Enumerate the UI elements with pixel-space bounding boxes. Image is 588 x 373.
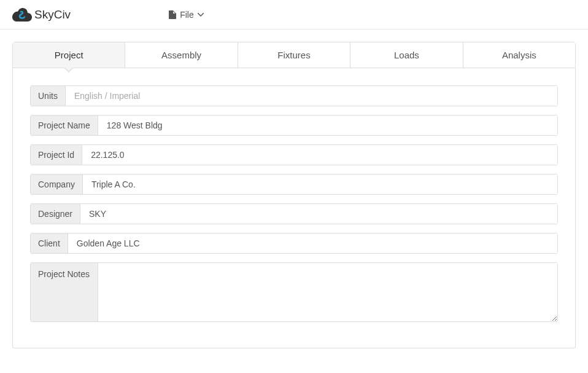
project-name-label: Project Name — [31, 116, 98, 135]
designer-field[interactable] — [80, 204, 557, 224]
client-label: Client — [31, 234, 68, 253]
file-icon — [169, 10, 176, 19]
app-header: SkyCiv File — [0, 0, 588, 29]
designer-label: Designer — [31, 204, 80, 224]
cloud-logo-icon — [12, 8, 32, 22]
project-panel: Units Project Name Project Id Company De… — [12, 68, 576, 348]
chevron-down-icon — [198, 13, 204, 17]
company-row: Company — [30, 174, 558, 195]
tab-bar: Project Assembly Fixtures Loads Analysis — [12, 42, 576, 68]
notes-field[interactable] — [98, 263, 557, 321]
brand-logo: SkyCiv — [12, 8, 71, 22]
project-id-field[interactable] — [82, 145, 557, 165]
company-field[interactable] — [83, 175, 557, 194]
client-row: Client — [30, 233, 558, 254]
units-field — [66, 86, 557, 106]
tab-analysis[interactable]: Analysis — [463, 42, 575, 68]
units-label: Units — [31, 86, 66, 106]
units-row: Units — [30, 85, 558, 106]
project-name-field[interactable] — [98, 116, 557, 135]
project-id-row: Project Id — [30, 144, 558, 165]
brand-text: SkyCiv — [34, 8, 71, 22]
tab-project[interactable]: Project — [13, 42, 125, 68]
notes-row: Project Notes — [30, 262, 558, 322]
company-label: Company — [31, 175, 83, 194]
client-field[interactable] — [68, 234, 557, 253]
file-menu[interactable]: File — [169, 10, 204, 20]
tab-loads[interactable]: Loads — [350, 42, 463, 68]
project-id-label: Project Id — [31, 145, 82, 165]
main-content: Project Assembly Fixtures Loads Analysis… — [0, 29, 588, 361]
tab-fixtures[interactable]: Fixtures — [238, 42, 350, 68]
project-name-row: Project Name — [30, 115, 558, 136]
designer-row: Designer — [30, 203, 558, 224]
notes-label: Project Notes — [31, 263, 98, 321]
tab-assembly[interactable]: Assembly — [125, 42, 238, 68]
file-menu-label: File — [180, 10, 194, 20]
